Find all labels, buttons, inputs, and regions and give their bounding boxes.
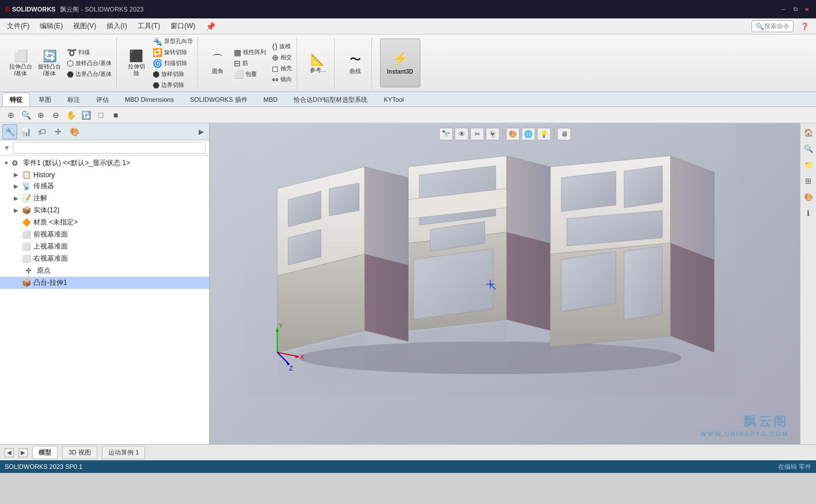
watermark: 飘云阁 WWW.CHINAPYG.COM (701, 413, 788, 437)
menu-view[interactable]: 视图(V) (69, 19, 101, 33)
sweep-button[interactable]: ➰ 扫描 (64, 47, 114, 58)
menu-file[interactable]: 文件(F) (2, 19, 34, 33)
tab-mbd[interactable]: MBD (256, 93, 285, 105)
curves-button[interactable]: 〜 曲线 (343, 51, 368, 76)
tab-sketch[interactable]: 草图 (31, 93, 59, 106)
tab-markup[interactable]: 标注 (60, 93, 88, 106)
zoom-fit-button[interactable]: 🔍 (20, 109, 32, 121)
view-light-button[interactable]: 💡 (537, 128, 551, 140)
status-version: SOLIDWORKS 2023 SP0.1 (5, 463, 82, 470)
right-color-button[interactable]: 🎨 (802, 190, 815, 204)
history-icon: 📋 (22, 170, 32, 179)
menu-window[interactable]: 窗口(W) (166, 19, 200, 33)
cut-extrude-button[interactable]: ⬛ 拉伸切除 (124, 48, 149, 78)
boundary-boss-button[interactable]: ⬣ 边界凸台/基体 (64, 69, 114, 79)
zoom-out-button[interactable]: ⊖ (50, 109, 62, 121)
nav-prev-button[interactable]: ◀ (5, 448, 14, 457)
tab-kytool[interactable]: KYTool (376, 93, 411, 105)
right-info-button[interactable]: ℹ (802, 206, 815, 220)
draft-icon: ⟨⟩ (272, 42, 278, 51)
linear-pattern-button[interactable]: ▦ 线性阵列 (231, 47, 268, 58)
tree-item-sensors[interactable]: ▶ 📡 传感器 (0, 180, 209, 192)
right-grid-button[interactable]: ⊞ (802, 174, 815, 188)
tree-part-name[interactable]: ▼ ⚙ 零件1 (默认) <<默认>_显示状态 1> (0, 157, 209, 169)
restore-button[interactable]: ⧉ (791, 5, 800, 14)
cut-sweep-button[interactable]: 🌀 扫描切除 (150, 58, 195, 68)
filter-input[interactable] (13, 142, 206, 154)
right-folder-button[interactable]: 📁 (802, 158, 815, 171)
right-home-button[interactable]: 🏠 (802, 125, 815, 139)
wrap-icon: ⬜ (234, 70, 244, 79)
draft-button[interactable]: ⟨⟩ 拔模 (270, 41, 294, 52)
intersect-button[interactable]: ⊕ 相交 (270, 52, 294, 63)
menu-pin[interactable]: 📌 (201, 20, 220, 33)
cut-extrude-icon: ⬛ (129, 49, 143, 63)
status-bar: SOLIDWORKS 2023 SP0.1 在编辑 零件 (0, 460, 816, 473)
tree-item-annotations[interactable]: ▶ 📝 注解 (0, 192, 209, 204)
tree-item-origin[interactable]: ✛ 原点 (0, 265, 209, 277)
boss-extrude-button[interactable]: ⬜ 拉伸凸台/基体 (7, 48, 35, 78)
pan-button[interactable]: ✋ (64, 109, 77, 121)
menu-edit[interactable]: 编辑(E) (35, 19, 67, 33)
triad-button[interactable]: ⊕ (5, 109, 17, 121)
cut-revolve-icon: 🔁 (153, 48, 162, 57)
boss-revolve-button[interactable]: 🔄 旋转凸台/基体 (36, 48, 63, 78)
view-display-button[interactable]: 👁 (455, 128, 469, 140)
display1-button[interactable]: □ (94, 109, 107, 121)
view-section-button[interactable]: ✂ (470, 128, 484, 140)
view-hide-show-button[interactable]: 👻 (486, 128, 500, 140)
tree-item-right-plane[interactable]: ⬜ 右视基准面 (0, 253, 209, 265)
viewport[interactable]: 🔭 👁 ✂ 👻 🎨 🌐 💡 🖥 (210, 123, 800, 444)
display-monitor-button[interactable]: 🖥 (557, 128, 571, 140)
tree-item-solid-bodies[interactable]: ▶ 📦 实体(12) (0, 204, 209, 216)
minimize-button[interactable]: ─ (779, 5, 788, 14)
bottom-tab-3dview[interactable]: 3D 视图 (62, 446, 97, 459)
view-orient-button[interactable]: 🔭 (439, 128, 453, 140)
panel-tab-feature-manager[interactable]: 🔧 (2, 124, 17, 139)
close-button[interactable]: ✕ (802, 5, 811, 14)
tab-evaluate[interactable]: 评估 (89, 93, 116, 106)
bottom-tab-model[interactable]: 模型 (32, 446, 58, 459)
panel-tab-property-manager[interactable]: 📊 (18, 124, 33, 139)
display2-button[interactable]: ■ (109, 109, 122, 121)
menu-help[interactable]: ❓ (796, 20, 814, 33)
loft-button[interactable]: ⬡ 放样凸台/基体 (64, 58, 114, 68)
reference-geometry-button[interactable]: 📐 参考... (305, 51, 331, 75)
bottom-tab-motion[interactable]: 运动算例 1 (102, 446, 145, 459)
tab-features[interactable]: 特征 (2, 93, 30, 106)
tree-item-material[interactable]: 🔶 材质 <未指定> (0, 216, 209, 228)
nav-next-button[interactable]: ▶ (18, 448, 28, 457)
menu-insert[interactable]: 插入(I) (102, 19, 131, 33)
panel-tab-display-manager[interactable]: 🎨 (67, 124, 82, 139)
apply-scene-button[interactable]: 🌐 (522, 128, 536, 140)
shell-icon: ◻ (272, 64, 279, 73)
hole-wizard-button[interactable]: 🔩 异型孔向导 (150, 36, 195, 47)
rotate-button[interactable]: 🔃 (79, 109, 92, 121)
panel-expand-button[interactable]: ▶ (195, 126, 207, 138)
shell-button[interactable]: ◻ 抽壳 (270, 63, 294, 74)
menu-tools[interactable]: 工具(T) (133, 19, 165, 33)
fillet-button[interactable]: ⌒ 圆角 (205, 51, 230, 76)
cut-boundary-button[interactable]: ⬣ 边界切除 (150, 80, 195, 90)
cut-loft-button[interactable]: ⬢ 放样切除 (150, 69, 195, 79)
tab-solidworks-plugins[interactable]: SOLIDWORKS 插件 (183, 93, 255, 106)
cut-revolve-button[interactable]: 🔁 旋转切除 (150, 47, 195, 58)
wrap-button[interactable]: ⬜ 包覆 (231, 69, 268, 79)
rib-button[interactable]: ⊟ 筋 (231, 58, 268, 68)
instant3d-button[interactable]: ⚡ Instant3D (380, 39, 420, 87)
ribbon: ⬜ 拉伸凸台/基体 🔄 旋转凸台/基体 ➰ 扫描 ⬡ 放样凸台/基体 ⬣ 边界凸… (0, 35, 816, 92)
panel-tab-config-manager[interactable]: 🏷 (35, 124, 50, 139)
cut-loft-icon: ⬢ (153, 70, 160, 79)
tab-mbd-dimensions[interactable]: MBD Dimensions (117, 93, 181, 105)
tree-item-boss-extrude1[interactable]: 📦 凸台-拉伸1 (0, 277, 209, 289)
panel-tab-dimxpert[interactable]: ✛ (51, 124, 66, 139)
mirror-button[interactable]: ⇔ 镜向 (270, 74, 294, 85)
right-zoom-button[interactable]: 🔍 (802, 142, 815, 155)
edit-appearance-button[interactable]: 🎨 (506, 128, 520, 140)
zoom-in-button[interactable]: ⊕ (35, 109, 47, 121)
tree-item-front-plane[interactable]: ⬜ 前视基准面 (0, 228, 209, 240)
tree-item-history[interactable]: ▶ 📋 History (0, 169, 209, 180)
tab-diy-aluminum[interactable]: 恰合达DIY铝型材选型系统 (286, 93, 375, 106)
intersect-icon: ⊕ (272, 53, 279, 62)
tree-item-top-plane[interactable]: ⬜ 上视基准面 (0, 240, 209, 253)
